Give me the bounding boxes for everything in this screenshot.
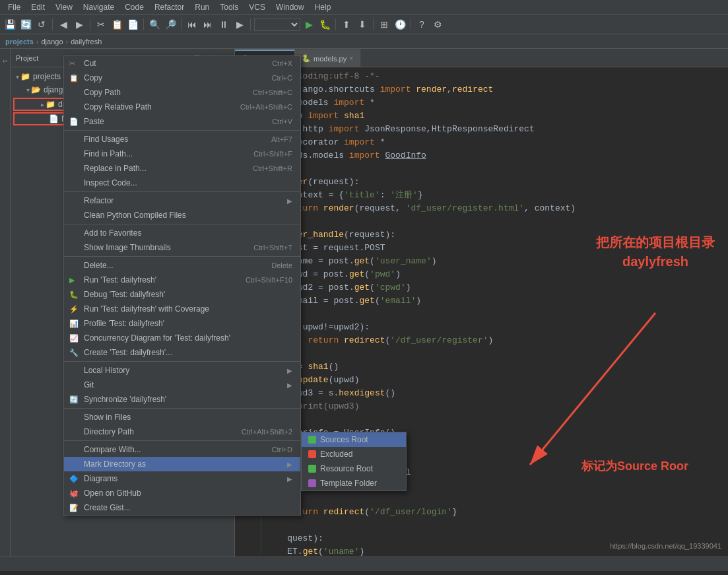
ctx-debug-test[interactable]: 🐛 Debug 'Test: dailyfresh' [64,287,234,302]
menu-edit[interactable]: Edit [26,1,50,13]
breadcrumb-dailyfresh[interactable]: dailyfresh [71,38,102,46]
ctx-replace-path[interactable]: Replace in Path... Ctrl+Shift+R [64,161,234,176]
ctx-coverage-label: Run 'Test: dailyfresh' with Coverage [84,304,234,314]
ctx-find-path[interactable]: Find in Path... Ctrl+Shift+F [64,147,234,161]
ctx-diagrams[interactable]: 🔷 Diagrams ▶ [64,471,234,486]
tree-projects-arrow: ▾ [16,73,19,81]
ctx-concurrency[interactable]: 📈 Concurrency Diagram for 'Test: dailyfr… [64,331,234,345]
toolbar-search2-btn[interactable]: 🔎 [163,17,178,32]
ctx-copy-label: Copy [84,73,234,83]
menu-file[interactable]: File [3,1,26,13]
toolbar-vcs-btn[interactable]: ⬆ [339,17,354,32]
breadcrumb-django[interactable]: django [41,38,63,46]
line-2: from django.shortcuts import render,redi… [267,83,717,96]
ctx-compare-label: Compare With... [84,445,234,454]
menu-view[interactable]: View [50,1,78,13]
line-35 [267,519,717,532]
toolbar-sep-4 [181,18,182,30]
breadcrumb-projects[interactable]: projects [5,38,34,46]
line-22 [267,347,717,360]
ctx-sep-6 [64,408,234,409]
toolbar-history-btn[interactable]: 🕐 [393,17,407,32]
models-close-btn[interactable]: × [349,55,353,62]
main-layout: 1 Project ⊕ ⇅ ⚙ × ▾ 📁 projects ~/project… [0,49,728,557]
toolbar-help-btn[interactable]: ? [414,17,429,32]
toolbar-refresh-btn[interactable]: ↺ [34,17,49,32]
line-13: register_handle(request): [267,228,717,242]
menu-code[interactable]: Code [119,1,149,13]
project-sidebar: Project ⊕ ⇅ ⚙ × ▾ 📁 projects ~/projects … [11,49,235,557]
menu-tools[interactable]: Tools [215,1,244,13]
ctx-create-gist[interactable]: 📝 Create Gist... [64,500,234,515]
line-18: uemail = post.get('email') [267,294,717,308]
ctx-run-coverage[interactable]: ⚡ Run 'Test: dailyfresh' with Coverage [64,302,234,316]
menu-navigate[interactable]: Navigate [78,1,119,13]
left-strip-item-1[interactable]: 1 [1,51,10,71]
ctx-open-github[interactable]: 🐙 Open on GitHub [64,486,234,500]
toolbar-config-dropdown[interactable] [254,18,300,31]
toolbar-search-btn[interactable]: 🔍 [147,17,162,32]
menu-window[interactable]: Window [271,1,310,13]
profile-icon: 📊 [69,320,81,328]
models-py-icon: 🐍 [302,54,311,63]
toolbar-save-btn[interactable]: 💾 [3,17,17,32]
ctx-inspect[interactable]: Inspect Code... [64,176,234,190]
line-21: return redirect('/df_user/register') [267,334,717,347]
toolbar-back-btn[interactable]: ◀ [56,17,71,32]
toolbar-fwd-btn[interactable]: ▶ [72,17,86,32]
ctx-find-usages[interactable]: Find Usages Alt+F7 [64,132,234,147]
toolbar-run-btn[interactable]: ▶ [232,17,247,32]
ctx-create-test[interactable]: 🔧 Create 'Test: dailyfresh'... [64,345,234,360]
menu-vcs[interactable]: VCS [244,1,271,13]
menu-refactor[interactable]: Refactor [149,1,189,13]
toolbar-sep-1 [52,18,53,30]
line-23: s = sha1() [267,360,717,374]
ctx-refactor-label: Refactor [84,196,234,205]
ctx-dir-path[interactable]: Directory Path Ctrl+Alt+Shift+2 [64,424,234,439]
ctx-copy-path[interactable]: Copy Path Ctrl+Shift+C [64,85,234,100]
ctx-run-test[interactable]: ▶ Run 'Test: dailyfresh' Ctrl+Shift+F10 [64,273,234,287]
ctx-github-label: Open on GitHub [84,489,234,498]
ctx-paste[interactable]: 📄 Paste Ctrl+V [64,114,234,129]
toolbar-stop-btn[interactable]: ⏸ [216,17,231,32]
ctx-compare[interactable]: Compare With... Ctrl+D [64,442,234,457]
ctx-show-thumbnails[interactable]: Show Image Thumbnails Ctrl+Shift+T [64,240,234,255]
ctx-copy-rel-path[interactable]: Copy Relative Path Ctrl+Alt+Shift+C [64,100,234,114]
ctx-refactor[interactable]: Refactor ▶ [64,193,234,208]
toolbar-prev2-btn[interactable]: ⏭ [201,17,215,32]
toolbar-prev-btn[interactable]: ⏮ [185,17,199,32]
toolbar-sync-btn[interactable]: 🔄 [18,17,33,32]
toolbar-run2-btn[interactable]: ▶ [302,17,316,32]
folder-icon-django: 📂 [31,85,41,94]
tab-models-py[interactable]: 🐍 models.py × [295,50,360,67]
ctx-mark-directory[interactable]: Mark Directory as ▶ [64,457,234,471]
toolbar-extra-btn[interactable]: ⚙ [430,17,445,32]
menu-help[interactable]: Help [310,1,337,13]
ctx-delete[interactable]: Delete... Delete [64,258,234,273]
ctx-show-files[interactable]: Show in Files [64,410,234,424]
toolbar-terminal-btn[interactable]: ⊞ [377,17,391,32]
ctx-profile[interactable]: 📊 Profile 'Test: dailyfresh' [64,316,234,331]
ctx-add-favorites[interactable]: Add to Favorites [64,226,234,240]
ctx-copy[interactable]: 📋 Copy Ctrl+C [64,71,234,85]
toolbar-vcs2-btn[interactable]: ⬇ [355,17,370,32]
line-34: return redirect('/df_user/login'} [267,506,717,519]
ctx-mark-dir-label: Mark Directory as [84,459,234,469]
toolbar-paste-btn[interactable]: 📄 [125,17,140,32]
sync-icon: 🔄 [69,395,81,404]
menu-run[interactable]: Run [189,1,215,13]
line-12 [267,215,717,228]
toolbar-cut-btn[interactable]: ✂ [94,17,108,32]
line-8 [267,162,717,176]
toolbar-copy-btn[interactable]: 📋 [110,17,124,32]
ctx-create-test-label: Create 'Test: dailyfresh'... [84,348,234,357]
line-11: return render(request, 'df_user/register… [267,202,717,215]
ctx-synchronize[interactable]: 🔄 Synchronize 'dailyfresh' [64,392,234,407]
ctx-clean-compiled[interactable]: Clean Python Compiled Files [64,208,234,222]
menu-bar: File Edit View Navigate Code Refactor Ru… [0,0,728,15]
watermark: https://blog.csdn.net/qq_19339041 [610,542,721,550]
ctx-local-history[interactable]: Local History ▶ [64,363,234,378]
toolbar-debug-btn[interactable]: 🐛 [317,17,332,32]
ctx-git[interactable]: Git ▶ [64,378,234,392]
ctx-find-usages-label: Find Usages [84,135,234,144]
